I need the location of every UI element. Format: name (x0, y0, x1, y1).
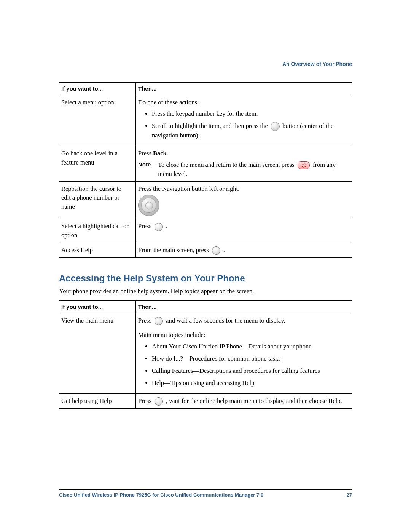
note-text-a: To close the menu and return to the main… (158, 161, 296, 168)
table1-header-col1: If you want to... (59, 83, 136, 95)
select-button-icon (212, 246, 220, 255)
row-if: View the main menu (59, 313, 136, 394)
t2r0-after: and wait a few seconds for the menu to d… (166, 317, 285, 324)
end-call-icon (298, 161, 310, 169)
row0-b2a: Scroll to highlight the item, and then p… (152, 122, 269, 129)
row-if: Select a highlighted call or option (59, 219, 136, 243)
row0-lead: Do one of these actions: (138, 99, 199, 106)
row-then: Press , wait for the online help main me… (136, 394, 352, 409)
row1-dot: . (167, 150, 168, 157)
row-if: Get help using Help (59, 394, 136, 409)
table1-header-col2: Then... (136, 83, 352, 95)
section-heading: Accessing the Help System on Your Phone (59, 273, 352, 284)
list-item: About Your Cisco Unified IP Phone—Detail… (152, 342, 350, 351)
section-intro: Your phone provides an online help syste… (59, 288, 352, 295)
select-button-icon (155, 397, 163, 406)
t2r0-press: Press (138, 317, 153, 324)
list-item: How do I...?—Procedures for common phone… (152, 354, 350, 363)
footer-title: Cisco Unified Wireless IP Phone 7925G fo… (59, 492, 263, 498)
table2-header-col1: If you want to... (59, 301, 136, 313)
table2-header-col2: Then... (136, 301, 352, 313)
table-row: Access Help From the main screen, press … (59, 243, 352, 258)
topics-lead: Main menu topics include: (138, 331, 350, 340)
table-row: Select a menu option Do one of these act… (59, 95, 352, 146)
table-row: View the main menu Press and wait a few … (59, 313, 352, 394)
t2r1-press: Press (138, 397, 153, 404)
instruction-table-1: If you want to... Then... Select a menu … (59, 82, 352, 258)
navigation-button-icon (138, 195, 159, 216)
t2r1-after: , wait for the online help main menu to … (166, 397, 342, 404)
row3-dot: . (166, 222, 167, 230)
row-if: Go back one level in a feature menu (59, 146, 136, 181)
row-if: Access Help (59, 243, 136, 258)
row4-text: From the main screen, press (138, 246, 210, 254)
row2-text: Press the Navigation button left or righ… (138, 185, 239, 192)
list-item: Calling Features—Descriptions and proced… (152, 366, 350, 375)
select-button-icon (155, 317, 163, 325)
back-label: Back (153, 150, 167, 157)
row-then: Press . (136, 219, 352, 243)
row-if: Reposition the cursor to edit a phone nu… (59, 181, 136, 219)
instruction-table-2: If you want to... Then... View the main … (59, 300, 352, 409)
select-button-icon (155, 223, 163, 231)
chapter-header: An Overview of Your Phone (59, 61, 352, 67)
note-body: To close the menu and return to the main… (158, 160, 344, 179)
table-row: Go back one level in a feature menu Pres… (59, 146, 352, 181)
select-button-icon (271, 122, 280, 131)
note-label: Note (138, 160, 156, 169)
row-then: Press and wait a few seconds for the men… (136, 313, 352, 394)
row4-dot: . (223, 246, 225, 254)
row-then: From the main screen, press . (136, 243, 352, 258)
row1-press: Press (138, 150, 153, 157)
row-if: Select a menu option (59, 95, 136, 146)
list-item: Press the keypad number key for the item… (152, 109, 350, 118)
row-then: Do one of these actions: Press the keypa… (136, 95, 352, 146)
list-item: Scroll to highlight the item, and then p… (152, 121, 350, 140)
table-row: Reposition the cursor to edit a phone nu… (59, 181, 352, 219)
page-footer: Cisco Unified Wireless IP Phone 7925G fo… (59, 489, 352, 498)
list-item: Help—Tips on using and accessing Help (152, 379, 350, 388)
row3-press: Press (138, 222, 153, 230)
table-row: Select a highlighted call or option Pres… (59, 219, 352, 243)
row-then: Press Back. Note To close the menu and r… (136, 146, 352, 181)
table-row: Get help using Help Press , wait for the… (59, 394, 352, 409)
row-then: Press the Navigation button left or righ… (136, 181, 352, 219)
page-number: 27 (347, 492, 352, 498)
